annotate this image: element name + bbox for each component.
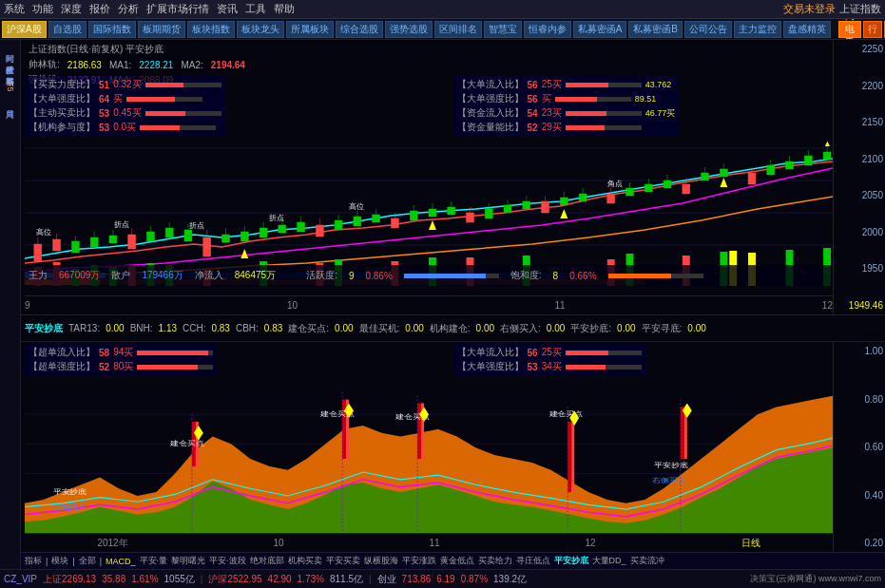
status-cy-pct: 0.87% [461,574,488,584]
toolbar-btn-shenzhen-a[interactable]: 沪深A股 [2,21,47,38]
toolbar-btn-block-leader[interactable]: 板块龙头 [237,21,284,38]
menu-item-system[interactable]: 系统 [4,2,25,16]
lower-bigstr2-label: 【大单强度比】 [457,360,524,373]
ind-bar-force[interactable]: 买卖给力 [478,555,512,567]
ind-buy-sell-suffix: 0.32买 [113,78,141,91]
svg-rect-138 [681,407,684,459]
main-content: 时间 技术分析 基本资料 F5 周月 上证指数(日线·前复权) 平安抄底 帅林轨… [0,40,885,569]
sidebar-label-f5[interactable]: F5 [4,78,17,96]
activity-pct: 0.86% [365,271,392,281]
status-sh-vol: 1055亿 [164,573,195,586]
ind-bigstr-r-suffix: 买 [542,92,551,105]
sanhu-label: 散户 [111,269,130,282]
lower-price-5: 0.20 [836,538,883,548]
ind-bar-label-2[interactable]: 模块 [51,555,68,567]
menu-item-market[interactable]: 扩展市场行情 [146,2,209,16]
mid-yoce-label: 右侧买入: [500,322,541,335]
price-1950: 1950 [836,263,883,274]
sidebar-label-basic[interactable]: 基本资料 [2,66,18,74]
lower-price-1: 1.00 [836,346,883,356]
mid-jiancang-label: 建仓买点: [288,322,329,335]
ind-bar-sep-3: | [100,557,102,566]
status-cy-vol: 139.2亿 [493,573,527,586]
toolbar-btn-monitor[interactable]: 主力监控 [734,21,781,38]
sidebar-label-tech[interactable]: 技术分析 [2,55,18,63]
status-bar: CZ_VIP 上证2269.13 35.88 1.61% 1055亿 | 沪深2… [0,569,885,588]
ind-bar-gold[interactable]: 黄金低点 [440,555,474,567]
activity-val: 9 [349,271,355,281]
toolbar-btn-watchlist[interactable]: 自选股 [48,21,87,38]
ma1-val: 2228.21 [139,60,173,70]
ind-bar-wave[interactable]: 平安·波段 [209,555,246,567]
lower-time-2012: 2012年 [97,537,127,550]
status-sz-index: 沪深2522.95 [208,573,261,586]
jingliuru-label: 净流入 [195,269,223,282]
menu-item-analysis[interactable]: 分析 [118,2,139,16]
lower-bigstr2-val: 53 [528,362,538,372]
ind-row-ma: 帅林轨: 2186.63 MA1: 2228.21 MA2: 2194.64 [25,57,249,72]
mid-bnh-label: BNH: [130,323,153,333]
ind-bar-seek[interactable]: 寻庄低点 [516,555,550,567]
sidebar-label-time[interactable]: 时间 [2,44,18,51]
ind-bar-chaodi[interactable]: 平安抄底 [554,555,588,567]
upper-chart: 上证指数(日线·前复权) 平安抄底 帅林轨: 2186.63 MA1: 2228… [21,40,885,315]
toolbar-btn-wisdom[interactable]: 智慧宝 [484,21,522,38]
svg-marker-100 [720,178,727,187]
menu-item-quote[interactable]: 报价 [89,2,110,16]
ind-bar-label-all[interactable]: 全部 [79,555,96,567]
toolbar-btn-strong[interactable]: 强势选股 [385,21,433,38]
lower-bigstr2-suffix: 34买 [542,360,562,373]
toolbar-btn-block-index[interactable]: 板块指数 [187,21,235,38]
svg-text:平安抄底: 平安抄底 [654,462,688,469]
toolbar-btn-heng[interactable]: 恒睿内参 [524,21,571,38]
ind-bar-label-1[interactable]: 指标 [25,555,42,567]
time-label-2: 10 [287,300,298,311]
toolbar-btn-announce[interactable]: 公司公告 [684,21,732,38]
toolbar-btn-belongs[interactable]: 所属板块 [286,21,334,38]
toolbar-btn-private-b[interactable]: 私募密函B [628,21,683,38]
svg-text:平安抄底: 平安抄底 [53,488,87,496]
trend-val: 2132.91 [67,75,102,85]
time-label-4: 12 [822,300,833,311]
ind-bigstr-r-label: 【大单强度比】 [457,92,524,105]
menu-item-tools[interactable]: 工具 [245,2,266,16]
status-copyright: 决策宝(云南网通) www.wnwi7.com [750,573,881,585]
flash-btn[interactable]: 闪电手 [838,21,861,38]
menu-item-help[interactable]: 帮助 [274,2,295,16]
bottom-indicator-bar: 指标 | 模块 | 全部 | MACD_ 平安·量 黎明曙光 平安·波段 绝对底… [21,552,885,569]
action-btn-trade[interactable]: 行 [863,21,882,38]
mid-zuijia-val: 0.00 [405,323,423,333]
time-label-3: 11 [554,300,565,311]
toolbar-btn-intl-index[interactable]: 国际指数 [88,21,136,38]
toolbar-btn-ranking[interactable]: 区间排名 [434,21,482,38]
menu-item-depth[interactable]: 深度 [61,2,82,16]
toolbar-btn-private-a[interactable]: 私募密函A [573,21,627,38]
menu-item-func[interactable]: 功能 [32,2,53,16]
toolbar-btn-elite[interactable]: 盘感精英 [783,21,831,38]
ind-bar-macd[interactable]: MACD_ [106,557,136,566]
ind-bar-flow[interactable]: 买卖流冲 [630,555,664,567]
menu-item-info[interactable]: 资讯 [217,2,238,16]
mid-zuijia-label: 最佳买机: [359,322,400,335]
ind-bar-paan-trade[interactable]: 平安买卖 [326,555,360,567]
sidebar-label-week[interactable]: 周月 [2,100,18,107]
login-status[interactable]: 交易未登录 [783,2,836,16]
ind-active-buy-label: 【主动买卖比】 [29,106,95,120]
ind-bar-paan-rise[interactable]: 平安涨跌 [402,555,436,567]
svg-text:折点: 折点 [114,220,129,229]
svg-text:高位: 高位 [349,202,364,211]
ind-bar-bottom[interactable]: 绝对底部 [250,555,284,567]
ind-bar-inst-trade[interactable]: 机构买卖 [288,555,322,567]
ind-bar-dawn[interactable]: 黎明曙光 [171,555,205,567]
mid-chaodi-val: 0.00 [617,323,635,333]
mid-chaodi-label: 平安抄底: [570,322,611,335]
toolbar-btn-futures[interactable]: 板期期货 [138,21,185,38]
mid-cbh-val: 0.83 [264,323,282,333]
ind-bar-paan-vol[interactable]: 平安·量 [140,555,168,567]
ind-bar-sea[interactable]: 纵横股海 [364,555,398,567]
ind-bar-bigdd[interactable]: 大量DD_ [592,555,626,567]
toolbar-btn-composite[interactable]: 综合选股 [336,21,383,38]
svg-marker-99 [560,209,568,218]
ma4-label: MA4: [109,75,131,85]
index-label[interactable]: 上证指数 [839,2,881,16]
